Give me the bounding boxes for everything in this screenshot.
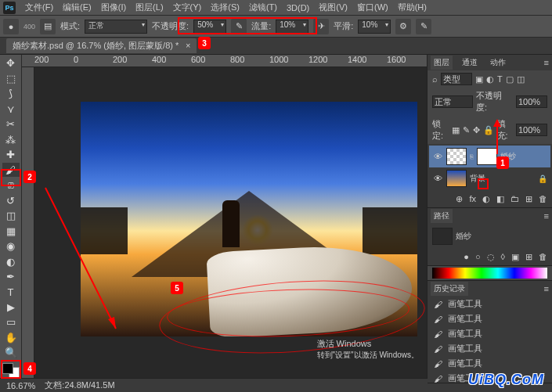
menu-window[interactable]: 窗口(W) [352, 2, 393, 13]
layer-opacity-input[interactable]: 100% [516, 95, 547, 108]
shape-tool[interactable]: ▭ [2, 315, 20, 329]
eraser-tool[interactable]: ◫ [2, 209, 20, 222]
lasso-tool[interactable]: ⟆ [2, 87, 20, 100]
mask-icon[interactable]: ◐ [482, 194, 490, 204]
annotation-badge-1: 1 [496, 156, 509, 169]
tab-layers[interactable]: 图层 [431, 56, 453, 70]
pressure-opacity-icon[interactable]: ✎ [231, 19, 247, 34]
color-ramp[interactable] [432, 268, 547, 279]
tab-paths[interactable]: 路径 [431, 209, 453, 223]
delete-path-icon[interactable]: 🗑 [539, 252, 547, 262]
flow-input[interactable]: 10% [276, 20, 308, 34]
panel-menu-icon[interactable]: ≡ [544, 211, 549, 221]
brush-panel-icon[interactable]: ▤ [40, 19, 56, 34]
history-item[interactable]: 🖌画笔工具 [428, 356, 552, 371]
history-item[interactable]: 🖌画笔工具 [428, 326, 552, 341]
link-icon[interactable]: ⎘ [470, 153, 474, 160]
marquee-tool[interactable]: ⬚ [2, 71, 20, 85]
filter-adjust-icon[interactable]: ◐ [486, 74, 494, 85]
filter-type-icon[interactable]: T [497, 74, 503, 84]
fill-input[interactable]: 100% [516, 124, 547, 136]
pressure-size-icon[interactable]: ✎ [416, 19, 431, 34]
dodge-tool[interactable]: ◐ [2, 254, 20, 268]
blur-tool[interactable]: ◉ [2, 239, 20, 253]
menu-view[interactable]: 视图(V) [314, 2, 352, 13]
stroke-path-icon[interactable]: ○ [475, 252, 481, 262]
fx-icon[interactable]: fx [469, 194, 476, 204]
adjust-layer-icon[interactable]: ◧ [496, 194, 504, 204]
lock-pos-icon[interactable]: ✥ [473, 125, 480, 135]
group-icon[interactable]: 🗀 [511, 194, 519, 204]
smooth-settings-icon[interactable]: ⚙ [395, 19, 411, 34]
close-tab-icon[interactable]: × [186, 41, 190, 50]
link-layers-icon[interactable]: ⊕ [456, 194, 463, 204]
svg-line-0 [45, 188, 116, 329]
brush-preset-icon[interactable]: ● [3, 19, 19, 34]
menu-filter[interactable]: 滤镜(T) [244, 2, 282, 13]
zoom-level[interactable]: 16.67% [6, 381, 35, 390]
menu-image[interactable]: 图像(I) [96, 2, 131, 13]
opacity-input[interactable]: 50% [193, 20, 226, 34]
delete-layer-icon[interactable]: 🗑 [539, 194, 547, 204]
smooth-input[interactable]: 10% [358, 20, 391, 34]
menu-layer[interactable]: 图层(L) [131, 2, 168, 13]
filter-shape-icon[interactable]: ▢ [506, 74, 514, 85]
mask-path-icon[interactable]: ▣ [511, 252, 519, 262]
type-tool[interactable]: T [2, 285, 20, 298]
layer-blend-select[interactable]: 正常 [432, 95, 473, 108]
sel-to-path-icon[interactable]: ◊ [501, 252, 505, 262]
document-tab[interactable]: 婚纱素材.psd @ 16.7% (婚纱, 图层蒙版/8) * × [6, 38, 197, 53]
panel-menu-icon[interactable]: ≡ [544, 58, 549, 67]
filter-smart-icon[interactable]: ◫ [517, 74, 525, 85]
path-row[interactable]: 婚纱 [429, 225, 550, 247]
menu-3d[interactable]: 3D(D) [282, 3, 314, 13]
path-to-sel-icon[interactable]: ◌ [487, 252, 495, 262]
menu-type[interactable]: 文字(Y) [168, 2, 207, 13]
visibility-icon[interactable]: 👁 [432, 152, 443, 161]
visibility-icon[interactable]: 👁 [432, 174, 443, 183]
pen-tool[interactable]: ✒ [2, 270, 20, 283]
layer-row[interactable]: 👁 背景 🔒 [429, 167, 550, 189]
lock-trans-icon[interactable]: ▦ [452, 125, 460, 135]
menu-edit[interactable]: 编辑(E) [58, 2, 96, 13]
brush-size-value[interactable]: 400 [23, 23, 35, 31]
tab-channels[interactable]: 通道 [459, 56, 481, 70]
healing-tool[interactable]: ✚ [2, 148, 20, 161]
path-name[interactable]: 婚纱 [456, 231, 471, 242]
history-item[interactable]: 🖌画笔工具 [428, 341, 552, 356]
color-swatch[interactable] [2, 363, 20, 378]
history-item[interactable]: 🖌画笔工具 [428, 311, 552, 326]
brush-tool[interactable]: 🖌 [2, 163, 20, 176]
move-tool[interactable]: ✥ [2, 56, 20, 70]
tab-history[interactable]: 历史记录 [431, 282, 468, 296]
history-item[interactable]: 🖌画笔工具 [428, 297, 552, 311]
airbrush-icon[interactable]: ✈ [313, 19, 329, 34]
layer-thumb[interactable] [446, 170, 467, 187]
doc-label: 文档: [45, 380, 64, 390]
stamp-tool[interactable]: ⎚ [2, 178, 20, 192]
gradient-tool[interactable]: ▦ [2, 224, 20, 237]
blend-mode-select[interactable]: 正常 [85, 20, 147, 34]
zoom-tool[interactable]: 🔍 [2, 346, 20, 359]
hand-tool[interactable]: ✋ [2, 331, 20, 344]
crop-tool[interactable]: ✂ [2, 117, 20, 131]
menu-select[interactable]: 选择(S) [206, 2, 244, 13]
new-path-icon[interactable]: ⊞ [525, 252, 532, 262]
layer-name[interactable]: 背景 [470, 173, 485, 184]
layer-thumb[interactable] [446, 148, 467, 165]
tab-actions[interactable]: 动作 [487, 56, 509, 70]
filter-pixel-icon[interactable]: ▣ [475, 74, 483, 85]
fg-color[interactable] [2, 363, 13, 374]
quick-select-tool[interactable]: ⋎ [2, 102, 20, 115]
menu-file[interactable]: 文件(F) [20, 2, 58, 13]
fill-path-icon[interactable]: ● [464, 252, 469, 262]
path-select-tool[interactable]: ▶ [2, 300, 20, 314]
history-brush-tool[interactable]: ↺ [2, 193, 20, 207]
eyedropper-tool[interactable]: ⁂ [2, 132, 20, 146]
canvas-area[interactable]: 20002004006008001000120014001600 5 [22, 55, 427, 378]
filter-kind-select[interactable]: 类型 [441, 73, 472, 85]
menu-help[interactable]: 帮助(H) [393, 2, 431, 13]
panel-menu-icon[interactable]: ≡ [544, 284, 549, 293]
lock-pixel-icon[interactable]: ✎ [463, 125, 470, 135]
new-layer-icon[interactable]: ⊞ [525, 194, 532, 204]
